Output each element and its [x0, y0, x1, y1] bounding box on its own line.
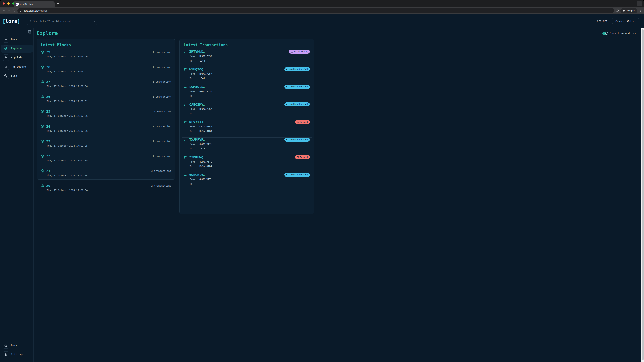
- panel-left-close-icon: [28, 30, 32, 34]
- tab-strip: [ak] AlgoKit - lora: [0, 0, 322, 7]
- block-number-link[interactable]: 28: [46, 65, 50, 69]
- back-button[interactable]: [1, 8, 6, 13]
- block-number-link[interactable]: 22: [46, 154, 50, 158]
- tab-title: AlgoKit - lora: [20, 3, 49, 5]
- box-icon: [41, 140, 44, 143]
- search-input[interactable]: [33, 20, 93, 23]
- swap-icon: [184, 103, 187, 106]
- app-header: [lora] LocalNet Connect Wallet: [0, 14, 322, 28]
- box-icon: [41, 95, 44, 98]
- from-value: 4VW3…VTTU: [200, 143, 212, 145]
- sidebar-item-label: Explore: [11, 47, 22, 50]
- from-label: From:: [190, 143, 200, 145]
- browser-tab[interactable]: [ak] AlgoKit - lora: [14, 1, 54, 7]
- block-txn-count: 2 transactions: [151, 110, 171, 113]
- block-txn-count: 1 transaction: [152, 140, 171, 143]
- arrow-left-icon: [4, 38, 8, 41]
- sidebar-item-icon-button[interactable]: [3, 36, 9, 42]
- from-label: From:: [190, 160, 200, 163]
- block-timestamp: Thu, 17 October 2024 17:02:56: [46, 85, 171, 88]
- block-timestamp: Thu, 17 October 2024 17:02:05: [46, 144, 171, 148]
- sidebar-collapse-button[interactable]: [27, 29, 32, 34]
- sidebar-item-app-lab[interactable]: App Lab: [0, 53, 33, 62]
- to-value: 1044: [200, 59, 205, 62]
- box-icon: [41, 80, 44, 83]
- swap-icon: [184, 120, 187, 124]
- page-title: Explore: [36, 30, 58, 36]
- window-controls: [3, 2, 14, 4]
- from-value: HMWD…PQSA: [200, 72, 212, 75]
- transaction-id-link[interactable]: ZRTVKND…: [189, 50, 205, 54]
- new-tab-button[interactable]: [56, 2, 59, 5]
- url-text: lora.algokit.io/localnet: [24, 9, 47, 12]
- payment-icon: [297, 156, 299, 159]
- sidebar-item-icon-button[interactable]: [3, 64, 9, 70]
- asset-config-icon: [291, 50, 293, 53]
- application-call-icon: [286, 68, 289, 70]
- coins-icon: [4, 74, 8, 78]
- sidebar-item-icon-button[interactable]: [3, 73, 9, 79]
- block-timestamp: Thu, 17 October 2024 17:02:04: [46, 174, 171, 177]
- block-number-link[interactable]: 27: [46, 80, 50, 84]
- transaction-id-link[interactable]: CAEQ2MY…: [189, 102, 205, 106]
- tab-close-icon[interactable]: [50, 3, 53, 5]
- window-minimize-button[interactable]: [8, 2, 10, 4]
- transactions-list: ZRTVKND… Asset Config From:HMWD…PQSA To:…: [180, 48, 314, 181]
- from-value: HMWD…PQSA: [200, 108, 212, 110]
- transaction-row: NYHQ2OQ… Application Call From:HMWD…PQSA…: [180, 67, 314, 83]
- to-value: KW3N…OIB4: [200, 165, 212, 168]
- sidebar-item-icon-button[interactable]: [3, 54, 9, 61]
- swap-icon: [184, 85, 187, 88]
- from-value: HMWD…PQSA: [200, 55, 212, 57]
- swap-icon: [184, 138, 187, 141]
- sidebar-item-explore[interactable]: Explore: [0, 44, 33, 53]
- transaction-type-badge: Application Call: [284, 173, 310, 177]
- to-label: To:: [190, 165, 200, 168]
- latest-blocks-title: Latest Blocks: [41, 43, 71, 47]
- sidebar-item-txn-wizard[interactable]: Txn Wizard: [0, 62, 33, 71]
- transaction-type-label: Application Call: [290, 103, 308, 106]
- reload-button[interactable]: [12, 8, 16, 13]
- block-number-link[interactable]: 21: [46, 169, 50, 173]
- sidebar-item-icon-button[interactable]: [3, 45, 9, 52]
- site-settings-icon[interactable]: [20, 9, 23, 12]
- from-value: HMWD…PQSA: [200, 90, 212, 93]
- from-value: KW3N…OIB4: [200, 125, 212, 128]
- block-row: 29 1 transaction Thu, 17 October 2024 17…: [37, 50, 175, 63]
- block-number-link[interactable]: 26: [46, 95, 50, 99]
- block-number-link[interactable]: 23: [46, 139, 50, 143]
- block-txn-count: 1 transaction: [152, 155, 171, 157]
- block-timestamp: Thu, 17 October 2024 17:02:06: [46, 130, 171, 133]
- payment-icon: [297, 121, 299, 123]
- block-timestamp: Thu, 17 October 2024 17:02:06: [46, 115, 171, 118]
- transaction-id-link[interactable]: RFV7YJJ…: [189, 120, 205, 124]
- lora-logo[interactable]: [lora]: [2, 18, 20, 24]
- to-value: KW3N…OIB4: [200, 130, 212, 132]
- search-clear-icon[interactable]: [93, 20, 96, 22]
- transaction-id-link[interactable]: LQM5ULS…: [189, 85, 205, 89]
- url-bar[interactable]: lora.algokit.io/localnet: [18, 8, 322, 13]
- transaction-id-link[interactable]: Z5DKHWQ…: [189, 155, 205, 159]
- sidebar-item-fund[interactable]: Fund: [0, 71, 33, 81]
- sidebar-item-back[interactable]: Back: [0, 35, 33, 44]
- transaction-type-label: Asset Config: [294, 50, 308, 53]
- transaction-id-link[interactable]: NYHQ2OQ…: [189, 67, 205, 71]
- transaction-id-link[interactable]: 6UEGRL6…: [189, 173, 205, 177]
- latest-transactions-title: Latest Transactions: [184, 43, 228, 47]
- from-label: From:: [190, 72, 200, 75]
- sidebar-item-label: Txn Wizard: [11, 65, 26, 68]
- search-box[interactable]: [26, 17, 98, 25]
- forward-button[interactable]: [6, 8, 12, 13]
- transaction-type-label: Application Call: [290, 138, 308, 141]
- block-number-link[interactable]: 24: [46, 124, 50, 128]
- to-label: To:: [190, 59, 200, 62]
- to-label: To:: [190, 147, 200, 150]
- block-number-link[interactable]: 29: [46, 50, 50, 54]
- main-content: Explore Show live updates Latest Blocks …: [34, 28, 322, 181]
- window-close-button[interactable]: [3, 2, 5, 4]
- transaction-id-link[interactable]: TXAMPVR…: [189, 138, 205, 142]
- block-number-link[interactable]: 25: [46, 109, 50, 113]
- transaction-row: TXAMPVR… Application Call From:4VW3…VTTU…: [180, 137, 314, 154]
- block-txn-count: 1 transaction: [152, 51, 171, 53]
- sidebar: Back Explore App Lab Txn Wizard Fund Dar…: [0, 28, 34, 181]
